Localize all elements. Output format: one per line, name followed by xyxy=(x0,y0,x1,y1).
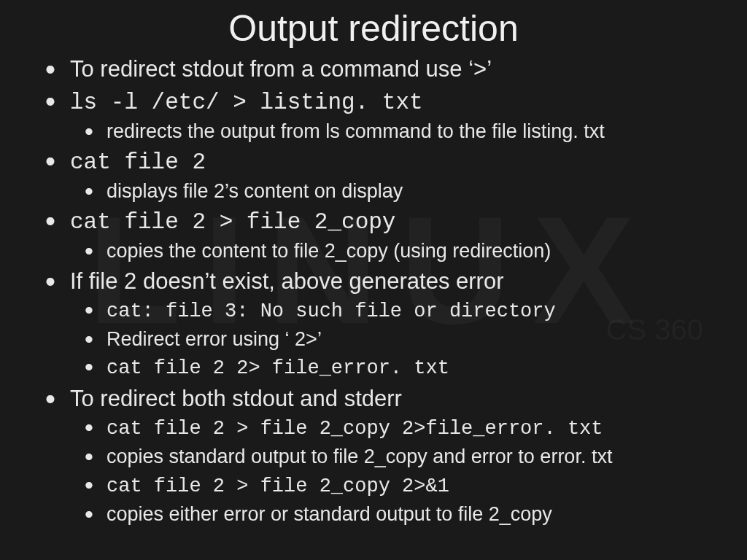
sub-bullet-ls-explain: redirects the output from ls command to … xyxy=(107,118,718,144)
bullet-text: cat file 2 > file 2_copy 2>file_error. t… xyxy=(107,418,603,440)
sub-bullet-both-explain: copies standard output to file 2_copy an… xyxy=(107,443,718,470)
bullet-list: To redirect stdout from a command use ‘>… xyxy=(29,54,718,527)
slide: Output redirection To redirect stdout fr… xyxy=(0,0,747,543)
sub-bullet-2and1-explain: copies either error or standard output t… xyxy=(107,501,718,527)
bullet-cat-copy: cat file 2 > file 2_copy copies the cont… xyxy=(70,206,718,264)
sub-bullet-cat-display: displays file 2’s content on display xyxy=(107,178,718,204)
bullet-text: If file 2 doesn’t exist, above generates… xyxy=(70,268,504,294)
bullet-redirect-both: To redirect both stdout and stderr cat f… xyxy=(70,384,718,528)
bullet-text: cat file 2 > file 2_copy 2>&1 xyxy=(107,475,449,497)
bullet-text: ls -l /etc/ > listing. txt xyxy=(70,90,423,115)
bullet-text: copies the content to file 2_copy (using… xyxy=(107,240,551,262)
bullet-text: displays file 2’s content on display xyxy=(107,180,403,202)
bullet-text: cat file 2 xyxy=(70,149,206,175)
sub-bullet-2and1: cat file 2 > file 2_copy 2>&1 xyxy=(107,472,718,499)
sub-bullet-error-redirect-example: cat file 2 2> file_error. txt xyxy=(107,354,718,381)
bullet-text: copies either error or standard output t… xyxy=(107,503,552,525)
sub-bullet-error-msg: cat: file 3: No such file or directory xyxy=(107,297,718,324)
bullet-text: cat file 2 > file 2_copy xyxy=(70,209,395,235)
bullet-text: cat file 2 2> file_error. txt xyxy=(107,357,449,379)
bullet-text: To redirect both stdout and stderr xyxy=(70,386,402,411)
bullet-text: copies standard output to file 2_copy an… xyxy=(107,446,612,467)
bullet-text: Redirect error using ‘ 2>’ xyxy=(107,328,322,350)
bullet-text: redirects the output from ls command to … xyxy=(107,120,605,142)
sub-list: copies the content to file 2_copy (using… xyxy=(70,238,718,264)
sub-list: displays file 2’s content on display xyxy=(70,178,718,204)
bullet-cat-file2: cat file 2 displays file 2’s content on … xyxy=(70,146,718,204)
bullet-text: cat: file 3: No such file or directory xyxy=(107,300,556,322)
sub-list: cat: file 3: No such file or directory R… xyxy=(70,297,718,382)
bullet-text: To redirect stdout from a command use ‘>… xyxy=(70,56,492,82)
bullet-file-not-exist: If file 2 doesn’t exist, above generates… xyxy=(70,266,718,382)
sub-bullet-redirect-error: Redirect error using ‘ 2>’ xyxy=(107,326,718,352)
bullet-ls-example: ls -l /etc/ > listing. txt redirects the… xyxy=(70,86,718,144)
sub-bullet-both-example: cat file 2 > file 2_copy 2>file_error. t… xyxy=(107,414,718,442)
sub-list: cat file 2 > file 2_copy 2>file_error. t… xyxy=(70,414,718,528)
slide-title: Output redirection xyxy=(29,7,718,50)
bullet-redirect-stdout: To redirect stdout from a command use ‘>… xyxy=(70,54,718,85)
sub-bullet-cat-copy-explain: copies the content to file 2_copy (using… xyxy=(107,238,718,264)
sub-list: redirects the output from ls command to … xyxy=(70,118,718,144)
